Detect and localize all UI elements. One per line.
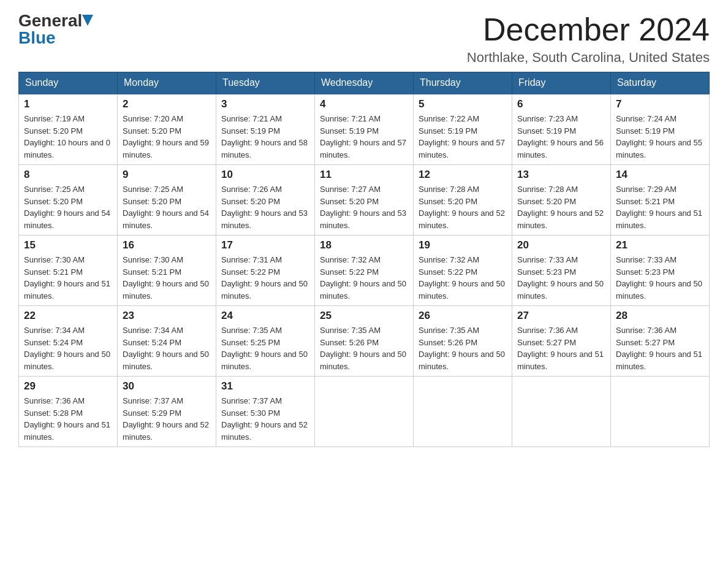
day-number: 14 [616, 169, 704, 181]
day-number: 31 [221, 380, 309, 393]
day-number: 30 [123, 380, 211, 393]
logo-blue-text: Blue [18, 29, 56, 47]
calendar-cell: 11Sunrise: 7:27 AMSunset: 5:20 PMDayligh… [315, 165, 414, 236]
day-number: 18 [320, 239, 408, 251]
day-number: 24 [221, 310, 309, 322]
day-number: 10 [221, 169, 309, 181]
calendar-cell: 19Sunrise: 7:32 AMSunset: 5:22 PMDayligh… [414, 236, 512, 306]
day-info: Sunrise: 7:21 AMSunset: 5:19 PMDaylight:… [320, 113, 408, 161]
calendar-cell: 25Sunrise: 7:35 AMSunset: 5:26 PMDayligh… [315, 306, 414, 377]
calendar-week-row: 1Sunrise: 7:19 AMSunset: 5:20 PMDaylight… [19, 94, 710, 165]
calendar-cell: 21Sunrise: 7:33 AMSunset: 5:23 PMDayligh… [611, 236, 710, 306]
calendar-cell [414, 377, 512, 447]
title-section: December 2024 Northlake, South Carolina,… [467, 12, 710, 66]
calendar-cell: 12Sunrise: 7:28 AMSunset: 5:20 PMDayligh… [414, 165, 512, 236]
day-number: 19 [419, 239, 507, 251]
day-info: Sunrise: 7:33 AMSunset: 5:23 PMDaylight:… [616, 254, 704, 302]
header-monday: Monday [118, 72, 216, 94]
day-info: Sunrise: 7:31 AMSunset: 5:22 PMDaylight:… [221, 254, 309, 302]
header-thursday: Thursday [414, 72, 512, 94]
calendar-cell: 9Sunrise: 7:25 AMSunset: 5:20 PMDaylight… [118, 165, 216, 236]
day-info: Sunrise: 7:28 AMSunset: 5:20 PMDaylight:… [517, 183, 605, 231]
calendar-cell: 26Sunrise: 7:35 AMSunset: 5:26 PMDayligh… [414, 306, 512, 377]
day-number: 7 [616, 98, 704, 110]
day-info: Sunrise: 7:24 AMSunset: 5:19 PMDaylight:… [616, 113, 704, 161]
day-info: Sunrise: 7:25 AMSunset: 5:20 PMDaylight:… [24, 183, 112, 231]
calendar-cell: 29Sunrise: 7:36 AMSunset: 5:28 PMDayligh… [19, 377, 118, 447]
calendar-cell: 14Sunrise: 7:29 AMSunset: 5:21 PMDayligh… [611, 165, 710, 236]
calendar-cell: 7Sunrise: 7:24 AMSunset: 5:19 PMDaylight… [611, 94, 710, 165]
calendar-cell: 22Sunrise: 7:34 AMSunset: 5:24 PMDayligh… [19, 306, 118, 377]
day-number: 13 [517, 169, 605, 181]
day-number: 17 [221, 239, 309, 251]
day-info: Sunrise: 7:19 AMSunset: 5:20 PMDaylight:… [24, 113, 112, 161]
logo-arrow-icon [82, 15, 93, 27]
calendar-cell: 6Sunrise: 7:23 AMSunset: 5:19 PMDaylight… [512, 94, 611, 165]
header-saturday: Saturday [611, 72, 710, 94]
svg-marker-0 [82, 15, 93, 26]
day-number: 9 [123, 169, 211, 181]
calendar-cell: 23Sunrise: 7:34 AMSunset: 5:24 PMDayligh… [118, 306, 216, 377]
day-number: 22 [24, 310, 112, 322]
day-info: Sunrise: 7:36 AMSunset: 5:27 PMDaylight:… [517, 324, 605, 372]
day-number: 1 [24, 98, 112, 110]
day-info: Sunrise: 7:22 AMSunset: 5:19 PMDaylight:… [419, 113, 507, 161]
day-number: 8 [24, 169, 112, 181]
day-info: Sunrise: 7:26 AMSunset: 5:20 PMDaylight:… [221, 183, 309, 231]
day-info: Sunrise: 7:32 AMSunset: 5:22 PMDaylight:… [320, 254, 408, 302]
month-title: December 2024 [467, 12, 710, 47]
day-info: Sunrise: 7:30 AMSunset: 5:21 PMDaylight:… [24, 254, 112, 302]
day-info: Sunrise: 7:37 AMSunset: 5:29 PMDaylight:… [123, 395, 211, 443]
day-info: Sunrise: 7:23 AMSunset: 5:19 PMDaylight:… [517, 113, 605, 161]
day-info: Sunrise: 7:25 AMSunset: 5:20 PMDaylight:… [123, 183, 211, 231]
day-number: 20 [517, 239, 605, 251]
calendar-cell: 30Sunrise: 7:37 AMSunset: 5:29 PMDayligh… [118, 377, 216, 447]
header-friday: Friday [512, 72, 611, 94]
calendar-week-row: 29Sunrise: 7:36 AMSunset: 5:28 PMDayligh… [19, 377, 710, 447]
day-number: 28 [616, 310, 704, 322]
day-info: Sunrise: 7:27 AMSunset: 5:20 PMDaylight:… [320, 183, 408, 231]
day-info: Sunrise: 7:29 AMSunset: 5:21 PMDaylight:… [616, 183, 704, 231]
calendar-cell: 10Sunrise: 7:26 AMSunset: 5:20 PMDayligh… [216, 165, 315, 236]
calendar-cell: 31Sunrise: 7:37 AMSunset: 5:30 PMDayligh… [216, 377, 315, 447]
day-info: Sunrise: 7:35 AMSunset: 5:26 PMDaylight:… [320, 324, 408, 372]
calendar-cell: 8Sunrise: 7:25 AMSunset: 5:20 PMDaylight… [19, 165, 118, 236]
day-number: 4 [320, 98, 408, 110]
calendar-cell: 18Sunrise: 7:32 AMSunset: 5:22 PMDayligh… [315, 236, 414, 306]
day-number: 23 [123, 310, 211, 322]
calendar-cell: 28Sunrise: 7:36 AMSunset: 5:27 PMDayligh… [611, 306, 710, 377]
day-number: 3 [221, 98, 309, 110]
calendar-table: SundayMondayTuesdayWednesdayThursdayFrid… [18, 72, 710, 447]
day-info: Sunrise: 7:20 AMSunset: 5:20 PMDaylight:… [123, 113, 211, 161]
calendar-cell [611, 377, 710, 447]
day-info: Sunrise: 7:30 AMSunset: 5:21 PMDaylight:… [123, 254, 211, 302]
day-number: 2 [123, 98, 211, 110]
page-header: General Blue December 2024 Northlake, So… [18, 12, 710, 66]
day-number: 5 [419, 98, 507, 110]
calendar-week-row: 15Sunrise: 7:30 AMSunset: 5:21 PMDayligh… [19, 236, 710, 306]
logo-general-text: General [18, 12, 82, 29]
calendar-cell: 27Sunrise: 7:36 AMSunset: 5:27 PMDayligh… [512, 306, 611, 377]
calendar-cell: 24Sunrise: 7:35 AMSunset: 5:25 PMDayligh… [216, 306, 315, 377]
calendar-cell: 3Sunrise: 7:21 AMSunset: 5:19 PMDaylight… [216, 94, 315, 165]
day-info: Sunrise: 7:35 AMSunset: 5:26 PMDaylight:… [419, 324, 507, 372]
calendar-cell: 16Sunrise: 7:30 AMSunset: 5:21 PMDayligh… [118, 236, 216, 306]
header-tuesday: Tuesday [216, 72, 315, 94]
day-info: Sunrise: 7:36 AMSunset: 5:27 PMDaylight:… [616, 324, 704, 372]
calendar-cell [315, 377, 414, 447]
day-number: 11 [320, 169, 408, 181]
logo: General Blue [18, 12, 93, 47]
day-number: 27 [517, 310, 605, 322]
calendar-cell [512, 377, 611, 447]
day-info: Sunrise: 7:28 AMSunset: 5:20 PMDaylight:… [419, 183, 507, 231]
day-number: 12 [419, 169, 507, 181]
calendar-cell: 13Sunrise: 7:28 AMSunset: 5:20 PMDayligh… [512, 165, 611, 236]
day-info: Sunrise: 7:37 AMSunset: 5:30 PMDaylight:… [221, 395, 309, 443]
calendar-week-row: 8Sunrise: 7:25 AMSunset: 5:20 PMDaylight… [19, 165, 710, 236]
day-info: Sunrise: 7:34 AMSunset: 5:24 PMDaylight:… [24, 324, 112, 372]
day-number: 6 [517, 98, 605, 110]
day-number: 26 [419, 310, 507, 322]
location-title: Northlake, South Carolina, United States [467, 50, 710, 66]
calendar-week-row: 22Sunrise: 7:34 AMSunset: 5:24 PMDayligh… [19, 306, 710, 377]
calendar-cell: 17Sunrise: 7:31 AMSunset: 5:22 PMDayligh… [216, 236, 315, 306]
